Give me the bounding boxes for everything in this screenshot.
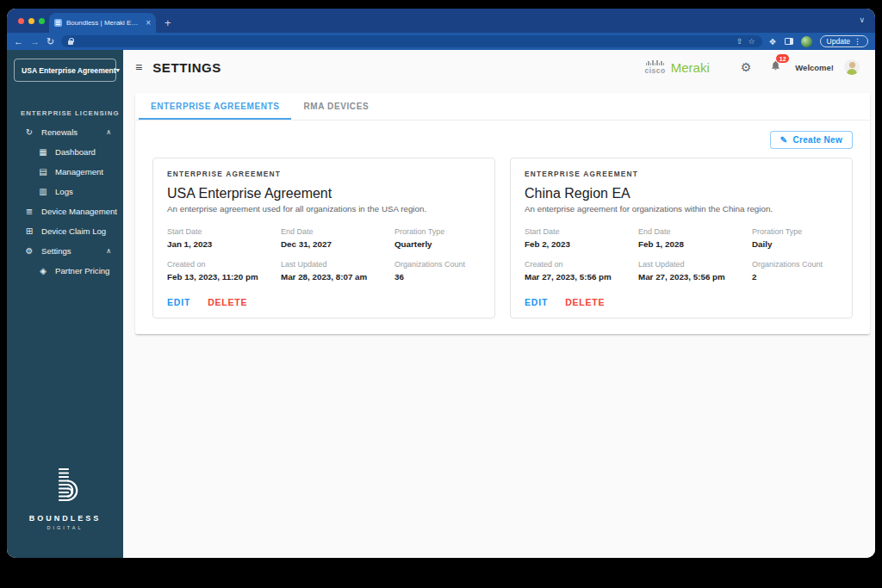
chevron-down-icon: ▾ bbox=[116, 66, 120, 74]
field-last-updated: Last Updated Mar 28, 2023, 8:07 am bbox=[281, 260, 394, 282]
browser-tab[interactable]: Boundless | Meraki Enterprise × bbox=[49, 13, 156, 33]
sidebar-item-label: Dashboard bbox=[55, 147, 96, 157]
field-organizations-count: Organizations Count 36 bbox=[394, 260, 481, 282]
sidebar-item-settings[interactable]: ⚙ Settings ∧ bbox=[7, 241, 123, 261]
content-area: ENTERPRISE AGREEMENTS RMA DEVICES ✎ Crea… bbox=[123, 84, 875, 558]
menu-hamburger-icon[interactable]: ≡ bbox=[135, 60, 142, 74]
back-icon[interactable]: ← bbox=[14, 37, 23, 46]
edit-button[interactable]: EDIT bbox=[525, 297, 548, 307]
chevron-up-icon: ∧ bbox=[106, 247, 111, 255]
tab-enterprise-agreements[interactable]: ENTERPRISE AGREEMENTS bbox=[139, 93, 291, 120]
field-end-date: End Date Feb 1, 2028 bbox=[638, 227, 752, 249]
update-button[interactable]: Update ⋮ bbox=[820, 35, 868, 47]
cisco-bars-icon bbox=[646, 60, 665, 65]
gear-icon[interactable]: ⚙ bbox=[741, 60, 752, 74]
favicon-icon bbox=[54, 19, 62, 27]
sidebar-item-device-management[interactable]: ≣ Device Management bbox=[7, 201, 123, 221]
notifications-button[interactable]: 12 bbox=[770, 59, 781, 75]
browser-tabbar: Boundless | Meraki Enterprise × + ∨ bbox=[7, 9, 875, 33]
boundless-logo-icon bbox=[47, 467, 84, 504]
lock-icon[interactable] bbox=[68, 40, 73, 45]
card-actions: EDIT DELETE bbox=[167, 297, 481, 307]
sidebar-item-management[interactable]: ▤ Management bbox=[7, 162, 123, 182]
delete-button[interactable]: DELETE bbox=[565, 297, 605, 307]
traffic-lights bbox=[18, 18, 45, 24]
browser-profile-avatar[interactable] bbox=[801, 36, 812, 47]
boundless-logo: BOUNDLESS DIGITAL bbox=[7, 467, 123, 530]
new-tab-button[interactable]: + bbox=[165, 16, 171, 29]
sidebar-item-label: Management bbox=[55, 167, 103, 176]
logs-icon: ▥ bbox=[38, 187, 48, 196]
page-title: SETTINGS bbox=[152, 60, 221, 75]
address-bar[interactable]: ⇧ ☆ bbox=[61, 35, 761, 47]
field-created-on: Created on Feb 13, 2023, 11:20 pm bbox=[167, 260, 281, 282]
reload-icon[interactable]: ↻ bbox=[47, 37, 54, 46]
actions-row: ✎ Create New bbox=[152, 131, 853, 149]
field-organizations-count: Organizations Count 2 bbox=[752, 260, 838, 282]
share-icon[interactable]: ⇧ bbox=[736, 37, 743, 46]
delete-button[interactable]: DELETE bbox=[208, 297, 247, 307]
pencil-icon: ✎ bbox=[780, 135, 788, 145]
sidebar-item-label: Partner Pricing bbox=[55, 266, 109, 275]
sidebar-item-renewals[interactable]: ↻ Renewals ∧ bbox=[7, 122, 123, 142]
update-label: Update bbox=[827, 37, 850, 46]
tabstrip: ENTERPRISE AGREEMENTS RMA DEVICES bbox=[135, 93, 870, 121]
sidebar-item-label: Renewals bbox=[41, 127, 78, 137]
card-description: An enterprise agreement used for all org… bbox=[167, 204, 481, 214]
card-title: USA Enterprise Agreement bbox=[167, 186, 481, 201]
tab-close-icon[interactable]: × bbox=[146, 18, 151, 28]
device-management-icon: ≣ bbox=[24, 207, 34, 216]
chevron-up-icon: ∧ bbox=[106, 128, 111, 136]
forward-icon[interactable]: → bbox=[30, 37, 40, 46]
card-overline: ENTERPRISE AGREEMENT bbox=[525, 170, 838, 178]
field-start-date: Start Date Jan 1, 2023 bbox=[167, 227, 281, 249]
organization-selector[interactable]: USA Enterprise Agreement ▾ bbox=[14, 59, 116, 82]
sidebar-item-device-claim-log[interactable]: ⊞ Device Claim Log bbox=[7, 221, 123, 241]
sidebar-item-partner-pricing[interactable]: ◈ Partner Pricing bbox=[7, 261, 123, 281]
field-proration-type: Proration Type Daily bbox=[752, 227, 838, 249]
management-icon: ▤ bbox=[38, 167, 48, 176]
sidebar-item-label: Device Claim Log bbox=[41, 226, 106, 236]
dashboard-icon: ▦ bbox=[38, 147, 48, 157]
settings-panel: ENTERPRISE AGREEMENTS RMA DEVICES ✎ Crea… bbox=[135, 93, 870, 334]
cisco-logo: cisco bbox=[644, 60, 665, 75]
tab-search-chevron-icon[interactable]: ∨ bbox=[859, 15, 865, 24]
sidebar: USA Enterprise Agreement ▾ ENTERPRISE LI… bbox=[7, 50, 123, 558]
welcome-label: Welcome! bbox=[795, 63, 834, 72]
create-new-button[interactable]: ✎ Create New bbox=[770, 131, 853, 149]
zoom-window-button[interactable] bbox=[39, 18, 45, 24]
cisco-wordmark: cisco bbox=[644, 66, 665, 75]
browser-toolbar: ← → ↻ ⇧ ☆ ❖ Update ⋮ bbox=[7, 33, 875, 50]
sidebar-item-logs[interactable]: ▥ Logs bbox=[7, 182, 123, 201]
card-overline: ENTERPRISE AGREEMENT bbox=[167, 170, 481, 178]
field-created-on: Created on Mar 27, 2023, 5:56 pm bbox=[525, 260, 638, 282]
app-header: ≡ SETTINGS cisco Meraki ⚙ bbox=[123, 50, 875, 84]
user-avatar[interactable] bbox=[844, 59, 860, 75]
agreement-card-usa: ENTERPRISE AGREEMENT USA Enterprise Agre… bbox=[152, 158, 495, 319]
minimize-window-button[interactable] bbox=[28, 18, 34, 24]
field-proration-type: Proration Type Quarterly bbox=[394, 227, 481, 249]
bookmark-star-icon[interactable]: ☆ bbox=[748, 37, 755, 46]
sidebar-item-label: Device Management bbox=[41, 207, 117, 216]
browser-actions: ❖ Update ⋮ bbox=[769, 35, 868, 47]
sidebar-section-label: ENTERPRISE LICENSING bbox=[21, 109, 123, 117]
card-actions: EDIT DELETE bbox=[525, 297, 838, 307]
tab-rma-devices[interactable]: RMA DEVICES bbox=[291, 93, 381, 120]
app-root: USA Enterprise Agreement ▾ ENTERPRISE LI… bbox=[7, 50, 875, 558]
extensions-icon[interactable]: ❖ bbox=[769, 37, 777, 46]
close-window-button[interactable] bbox=[18, 18, 24, 24]
agreement-cards: ENTERPRISE AGREEMENT USA Enterprise Agre… bbox=[152, 158, 853, 319]
card-fields: Start Date Jan 1, 2023 End Date Dec 31, … bbox=[167, 227, 481, 282]
price-tag-icon: ◈ bbox=[38, 266, 48, 275]
browser-menu-icon[interactable]: ⋮ bbox=[854, 37, 861, 46]
side-panel-icon[interactable] bbox=[785, 38, 793, 45]
sidebar-item-dashboard[interactable]: ▦ Dashboard bbox=[7, 142, 123, 162]
calendar-icon: ⊞ bbox=[24, 226, 34, 236]
organization-selector-value: USA Enterprise Agreement bbox=[22, 66, 116, 75]
field-last-updated: Last Updated Mar 27, 2023, 5:56 pm bbox=[638, 260, 752, 282]
boundless-logo-subtitle: DIGITAL bbox=[7, 525, 123, 530]
header-right: cisco Meraki ⚙ 12 Welcome! bbox=[644, 59, 860, 75]
field-start-date: Start Date Feb 2, 2023 bbox=[525, 227, 638, 249]
tab-title: Boundless | Meraki Enterprise bbox=[66, 19, 141, 27]
edit-button[interactable]: EDIT bbox=[167, 297, 190, 307]
